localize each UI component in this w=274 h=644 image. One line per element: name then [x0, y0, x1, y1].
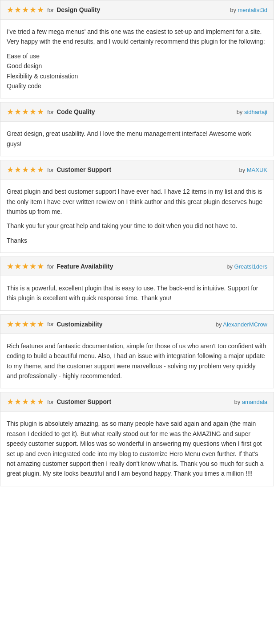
review-header-right-6: by amandala: [234, 398, 267, 405]
review-header-right-5: by AlexanderMCrow: [216, 321, 267, 328]
review-card-2: ★★★★★for Code Qualityby sidhartajiGreat …: [0, 102, 274, 156]
for-label-5: for: [47, 321, 54, 327]
category-name-6: Customer Support: [56, 398, 111, 405]
by-label-6: by: [234, 399, 242, 405]
for-label-2: for: [47, 109, 54, 115]
review-header-left-1: ★★★★★for Design Quality: [7, 5, 100, 15]
category-name-5: Customizability: [56, 321, 102, 328]
star-rating-1: ★★★★★: [7, 5, 44, 15]
review-header-right-3: by MAXUK: [239, 166, 267, 173]
review-paragraph-2-1: Great design, great usability. And I lov…: [7, 129, 267, 149]
for-label-4: for: [47, 263, 54, 270]
review-header-6: ★★★★★for Customer Supportby amandala: [0, 392, 274, 412]
by-label-4: by: [226, 263, 234, 270]
by-label-1: by: [230, 7, 238, 13]
star-rating-6: ★★★★★: [7, 397, 44, 407]
review-body-3: Great plugin and best customer support I…: [0, 179, 274, 253]
review-body-2: Great design, great usability. And I lov…: [0, 122, 274, 156]
author-link-1[interactable]: mentalist3d: [238, 7, 267, 13]
author-link-5[interactable]: AlexanderMCrow: [223, 321, 267, 328]
review-header-4: ★★★★★for Feature Availabilityby Greatsl1…: [0, 257, 274, 276]
review-card-5: ★★★★★for Customizabilityby AlexanderMCro…: [0, 314, 274, 389]
author-link-3[interactable]: MAXUK: [247, 167, 267, 173]
star-rating-4: ★★★★★: [7, 261, 44, 271]
by-label-3: by: [239, 167, 246, 173]
review-paragraph-6-1: This plugin is absolutely amazing, as so…: [7, 419, 267, 478]
review-body-4: This is a powerful, excellent plugin tha…: [0, 276, 274, 310]
review-paragraph-3-1: Great plugin and best customer support I…: [7, 187, 267, 216]
review-header-right-1: by mentalist3d: [230, 6, 267, 13]
review-card-1: ★★★★★for Design Qualityby mentalist3dI'v…: [0, 0, 274, 98]
review-header-5: ★★★★★for Customizabilityby AlexanderMCro…: [0, 315, 274, 334]
review-card-4: ★★★★★for Feature Availabilityby Greatsl1…: [0, 257, 274, 311]
review-header-left-6: ★★★★★for Customer Support: [7, 397, 111, 407]
review-header-3: ★★★★★for Customer Supportby MAXUK: [0, 160, 274, 179]
star-rating-3: ★★★★★: [7, 165, 44, 175]
review-header-left-5: ★★★★★for Customizability: [7, 319, 103, 329]
review-paragraph-5-1: Rich features and fantastic documentatio…: [7, 341, 267, 381]
review-body-1: I've tried a few mega menus' and this on…: [0, 20, 274, 98]
review-header-2: ★★★★★for Code Qualityby sidhartaji: [0, 102, 274, 122]
review-header-1: ★★★★★for Design Qualityby mentalist3d: [0, 0, 274, 20]
author-link-4[interactable]: Greatsl1ders: [234, 263, 267, 270]
review-paragraph-1-1: I've tried a few mega menus' and this on…: [7, 27, 267, 47]
author-link-2[interactable]: sidhartaji: [244, 109, 267, 115]
review-header-left-4: ★★★★★for Feature Availability: [7, 261, 113, 271]
category-name-1: Design Quality: [56, 6, 100, 13]
author-link-6[interactable]: amandala: [242, 399, 267, 405]
review-paragraph-1-2: Ease of useGood designFlexibility & cust…: [7, 51, 267, 91]
for-label-1: for: [47, 7, 54, 13]
review-header-left-3: ★★★★★for Customer Support: [7, 165, 111, 175]
for-label-6: for: [47, 399, 54, 405]
star-rating-5: ★★★★★: [7, 319, 44, 329]
review-paragraph-4-1: This is a powerful, excellent plugin tha…: [7, 283, 267, 303]
review-body-6: This plugin is absolutely amazing, as so…: [0, 412, 274, 485]
review-card-6: ★★★★★for Customer Supportby amandalaThis…: [0, 392, 274, 486]
review-header-right-2: by sidhartaji: [237, 108, 267, 115]
by-label-2: by: [237, 109, 244, 115]
review-header-left-2: ★★★★★for Code Quality: [7, 107, 95, 117]
review-paragraph-3-2: Thank you fur your great help and taking…: [7, 221, 267, 231]
review-paragraph-3-3: Thanks: [7, 236, 267, 245]
category-name-3: Customer Support: [56, 166, 111, 173]
by-label-5: by: [216, 321, 223, 328]
reviews-list: ★★★★★for Design Qualityby mentalist3dI'v…: [0, 0, 274, 486]
review-header-right-4: by Greatsl1ders: [226, 263, 267, 270]
for-label-3: for: [47, 167, 54, 173]
category-name-4: Feature Availability: [56, 263, 113, 270]
star-rating-2: ★★★★★: [7, 107, 44, 117]
category-name-2: Code Quality: [56, 108, 95, 115]
review-card-3: ★★★★★for Customer Supportby MAXUKGreat p…: [0, 160, 274, 253]
review-body-5: Rich features and fantastic documentatio…: [0, 334, 274, 388]
